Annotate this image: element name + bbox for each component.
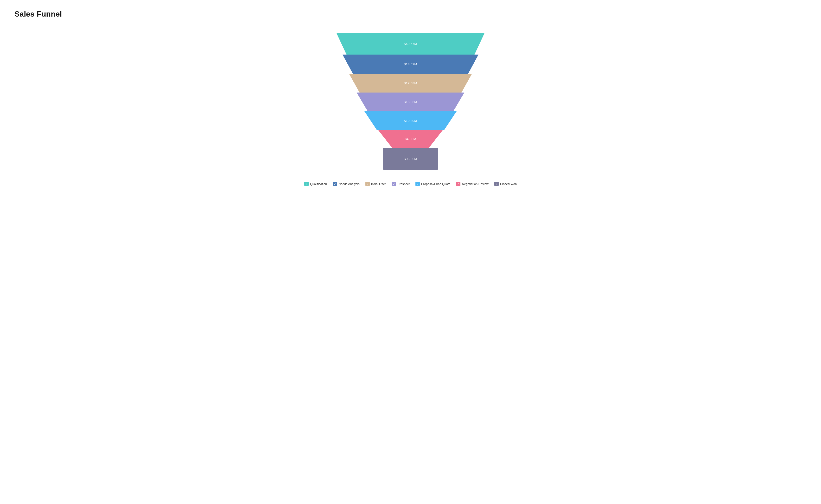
funnel-segment-initial-offer[interactable]: $17.08M bbox=[336, 74, 485, 93]
chart-container: $49.67M$18.52M$17.08M$16.63M$10.30M$4.36… bbox=[14, 28, 807, 494]
legend-label-proposal-price-quote: Proposal/Price Quote bbox=[421, 182, 451, 186]
legend: ✓Qualification✓Needs Analysis✓Initial Of… bbox=[300, 182, 521, 186]
legend-item-negotiation-review: ✓Negotiation/Review bbox=[456, 182, 488, 186]
legend-icon-prospect: ✓ bbox=[392, 182, 396, 186]
legend-label-prospect: Prospect bbox=[397, 182, 410, 186]
funnel-chart: $49.67M$18.52M$17.08M$16.63M$10.30M$4.36… bbox=[326, 33, 495, 170]
legend-item-initial-offer: ✓Initial Offer bbox=[365, 182, 386, 186]
legend-label-qualification: Qualification bbox=[310, 182, 327, 186]
funnel-label-qualification: $49.67M bbox=[404, 42, 417, 46]
legend-item-prospect: ✓Prospect bbox=[392, 182, 410, 186]
legend-item-closed-won: ✓Closed Won bbox=[494, 182, 517, 186]
legend-icon-qualification: ✓ bbox=[304, 182, 309, 186]
funnel-segment-prospect[interactable]: $16.63M bbox=[342, 93, 480, 111]
funnel-label-proposal-price-quote: $10.30M bbox=[404, 119, 417, 123]
legend-item-qualification: ✓Qualification bbox=[304, 182, 327, 186]
funnel-label-needs-analysis: $18.52M bbox=[404, 62, 417, 66]
funnel-segment-qualification[interactable]: $49.67M bbox=[326, 33, 495, 55]
funnel-label-initial-offer: $17.08M bbox=[404, 81, 417, 85]
legend-icon-proposal-price-quote: ✓ bbox=[415, 182, 420, 186]
funnel-segment-needs-analysis[interactable]: $18.52M bbox=[331, 55, 490, 74]
legend-item-needs-analysis: ✓Needs Analysis bbox=[333, 182, 360, 186]
page-title: Sales Funnel bbox=[14, 10, 807, 19]
legend-label-initial-offer: Initial Offer bbox=[371, 182, 386, 186]
funnel-label-closed-won: $96.55M bbox=[404, 157, 417, 161]
legend-icon-initial-offer: ✓ bbox=[365, 182, 370, 186]
funnel-label-prospect: $16.63M bbox=[404, 100, 417, 104]
funnel-label-negotiation-review: $4.36M bbox=[405, 137, 416, 141]
funnel-segment-negotiation-review[interactable]: $4.36M bbox=[360, 130, 461, 148]
legend-icon-negotiation-review: ✓ bbox=[456, 182, 460, 186]
legend-label-closed-won: Closed Won bbox=[500, 182, 517, 186]
legend-item-proposal-price-quote: ✓Proposal/Price Quote bbox=[415, 182, 451, 186]
legend-icon-needs-analysis: ✓ bbox=[333, 182, 337, 186]
legend-icon-closed-won: ✓ bbox=[494, 182, 499, 186]
legend-label-needs-analysis: Needs Analysis bbox=[339, 182, 360, 186]
legend-label-negotiation-review: Negotiation/Review bbox=[462, 182, 488, 186]
funnel-segment-closed-won[interactable]: $96.55M bbox=[383, 148, 438, 170]
funnel-segment-proposal-price-quote[interactable]: $10.30M bbox=[348, 111, 473, 130]
